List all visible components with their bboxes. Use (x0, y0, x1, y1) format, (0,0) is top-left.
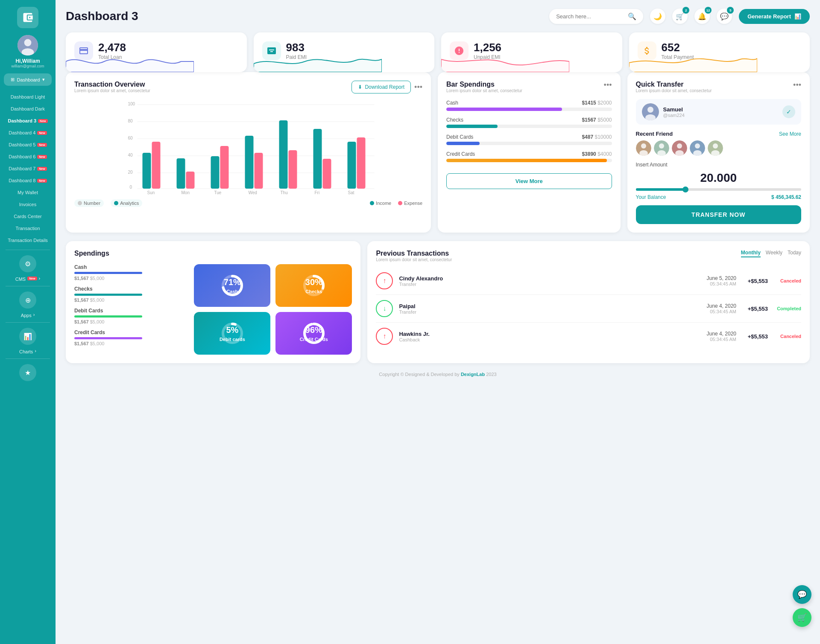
page-header: Dashboard 3 🔍 🌙 🛒 2 🔔 12 💬 5 Generate Re… (66, 9, 810, 24)
tx-status-2: Canceled (774, 334, 801, 339)
svg-rect-59 (211, 156, 220, 189)
donut-cash: 71% Cash (194, 264, 270, 307)
spendings-layout: Cash $1,567 $5,000 Checks $1,567 $5,000 … (74, 264, 352, 355)
friend-avatar-5[interactable] (708, 140, 723, 156)
tx-subtitle-2: Lorem ipsum dolor sit amet, consectetur (74, 88, 150, 93)
friend-avatar-2[interactable] (654, 140, 669, 156)
sidebar-divider-2 (6, 286, 50, 286)
bar-item-cash-2: Cash$1415 $2000 (446, 100, 612, 111)
dashboard-dropdown-btn[interactable]: ⊞ Dashboard ▾ (4, 73, 52, 86)
amount-display: 20.000 (636, 171, 802, 185)
notifications-btn[interactable]: 🔔 12 (694, 9, 710, 24)
svg-rect-56 (152, 142, 161, 189)
tx-amount-1: +$5,553 (742, 306, 768, 312)
svg-point-1 (24, 39, 32, 47)
tx-icon-1: ↓ (376, 300, 393, 317)
middle-row-proper: Transaction Overview Lorem ipsum dolor s… (66, 72, 810, 233)
svg-text:Tue: Tue (214, 190, 222, 194)
bell-badge: 12 (705, 7, 712, 14)
stat-card-paid-emi: 983 Paid EMI (254, 32, 435, 72)
apps-label: Apps (21, 313, 32, 318)
generate-report-btn[interactable]: Generate Report 📊 (739, 9, 810, 24)
quick-transfer-card: Quick Transfer Lorem ipsum dolor sit ame… (627, 72, 810, 233)
cart-btn[interactable]: 🛒 2 (672, 9, 688, 24)
new-badge: New (37, 131, 47, 135)
sidebar-item-dashboard-6[interactable]: Dashboard 6New (0, 151, 56, 163)
svg-text:Fri: Fri (315, 190, 320, 194)
theme-toggle-btn[interactable]: 🌙 (650, 9, 665, 24)
spendings-title: Spendings (74, 250, 352, 257)
charts-icon[interactable]: 📊 (19, 328, 36, 345)
tx-actions-2: ⬇ Download Report ••• (351, 81, 422, 93)
sidebar-item-dashboard-7[interactable]: Dashboard 7New (0, 163, 56, 175)
bar-item-debit-2: Debit Cards$487 $10000 (446, 134, 612, 145)
sidebar-item-dashboard-8[interactable]: Dashboard 8New (0, 175, 56, 186)
qt-more-btn[interactable]: ••• (793, 81, 801, 90)
tab-monthly[interactable]: Monthly (741, 250, 761, 257)
new-badge: New (37, 155, 47, 159)
search-icon[interactable]: 🔍 (628, 12, 636, 20)
favorites-icon[interactable]: ★ (19, 364, 36, 381)
svg-rect-57 (177, 158, 185, 189)
friend-avatar-1[interactable] (636, 140, 651, 156)
cms-icon[interactable]: ⚙ (19, 255, 36, 272)
prev-tx-header: Previous Transactions Lorem ipsum dolor … (376, 250, 801, 262)
tx-header-2: Transaction Overview Lorem ipsum dolor s… (74, 81, 422, 93)
svg-point-73 (641, 143, 646, 149)
qt-user-handle: @sam224 (663, 113, 685, 118)
bottom-row: Spendings Cash $1,567 $5,000 Checks $1,5… (66, 241, 810, 363)
sidebar-item-dashboard-5[interactable]: Dashboard 5New (0, 139, 56, 151)
sidebar-item-transaction[interactable]: Transaction (0, 222, 56, 234)
qt-user-row: Samuel @sam224 ✓ (636, 99, 802, 125)
amount-slider[interactable] (636, 188, 802, 191)
donut-credit-pct: 96% (305, 325, 322, 335)
friend-avatar-3[interactable] (672, 140, 687, 156)
donut-credit: 96% Credit Cards (275, 312, 352, 355)
transfer-now-btn[interactable]: TRANSFER NOW (636, 205, 802, 224)
spending-item-checks: Checks $1,567 $5,000 (74, 286, 187, 303)
new-badge: New (37, 179, 47, 183)
qt-user-name: Samuel (663, 106, 685, 113)
spending-item-cash: Cash $1,567 $5,000 (74, 264, 187, 281)
sidebar-item-transaction-details[interactable]: Transaction Details (0, 234, 56, 246)
recent-friends-row (636, 140, 802, 156)
view-more-btn-2[interactable]: View More (446, 173, 612, 189)
tab-weekly[interactable]: Weekly (766, 250, 782, 257)
sidebar-item-dashboard-light[interactable]: Dashboard Light (0, 91, 56, 103)
sidebar-item-dashboard-4[interactable]: Dashboard 4New (0, 127, 56, 139)
see-more-btn[interactable]: See More (779, 131, 801, 137)
bar-spendings-title-2: Bar Spendings (446, 81, 522, 88)
sidebar-item-invoices[interactable]: Invoices (0, 198, 56, 210)
footer-brand: DexignLab (461, 372, 485, 377)
user-avatar (18, 35, 38, 55)
sidebar-item-dashboard-dark[interactable]: Dashboard Dark (0, 103, 56, 115)
sidebar-item-dashboard-3[interactable]: Dashboard 3New (0, 115, 56, 127)
bar-spendings-more-btn-2[interactable]: ••• (604, 81, 612, 90)
sidebar-item-cards-center[interactable]: Cards Center (0, 210, 56, 222)
svg-rect-61 (245, 136, 254, 189)
svg-point-85 (713, 143, 718, 149)
tx-status-1: Completed (774, 306, 801, 311)
quick-transfer-subtitle: Lorem ipsum dolor sit amet, consectetur (636, 88, 712, 93)
donut-checks-pct: 30% (305, 277, 322, 287)
sidebar-logo[interactable] (17, 7, 38, 28)
cart-float-btn[interactable]: 🛒 (793, 608, 811, 627)
bar-chart-icon: 📊 (794, 13, 801, 20)
analytics-toggle-2[interactable]: Analytics (111, 199, 142, 207)
download-report-btn-2[interactable]: ⬇ Download Report (351, 81, 411, 93)
number-toggle-2[interactable]: Number (74, 199, 104, 207)
sidebar-item-my-wallet[interactable]: My Wallet (0, 186, 56, 198)
user-name: Hi,William (15, 58, 40, 64)
search-box[interactable]: 🔍 (549, 9, 643, 24)
search-input[interactable] (556, 13, 624, 20)
header-right: 🔍 🌙 🛒 2 🔔 12 💬 5 Generate Report 📊 (549, 9, 810, 24)
stat-card-total-loan: 2,478 Total Loan (66, 32, 247, 72)
apps-icon[interactable]: ⊕ (19, 291, 36, 309)
friend-avatar-4[interactable] (690, 140, 705, 156)
tx-more-btn-2[interactable]: ••• (414, 83, 422, 92)
support-float-btn[interactable]: 💬 (793, 585, 811, 604)
tab-today[interactable]: Today (788, 250, 801, 257)
bar-spendings-subtitle-2: Lorem ipsum dolor sit amet, consectetur (446, 88, 522, 93)
chart-legend-2: Number Analytics Income Expense (74, 199, 422, 207)
messages-btn[interactable]: 💬 5 (717, 9, 732, 24)
